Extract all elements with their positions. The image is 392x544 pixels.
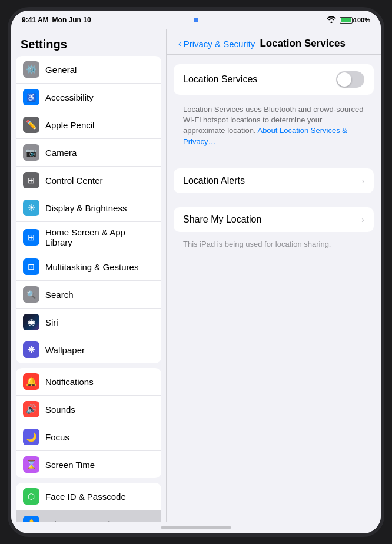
display-brightness-label: Display & Brightness	[45, 203, 127, 213]
home-screen-icon: ⊞	[23, 229, 39, 246]
ipad-frame: 9:41 AM Mon Jun 10 100% Setting	[8, 7, 384, 537]
time: 9:41 AM	[22, 16, 49, 24]
location-alerts-row[interactable]: Location Alerts ›	[174, 168, 374, 193]
sidebar-item-display-brightness[interactable]: ☀ Display & Brightness	[16, 194, 161, 222]
accessibility-icon: ♿	[23, 89, 39, 105]
privacy-security-icon: 🤚	[23, 516, 39, 522]
face-id-label: Face ID & Passcode	[45, 492, 126, 502]
face-id-icon: ⬡	[23, 488, 39, 505]
multitasking-icon: ⊡	[23, 258, 39, 275]
sounds-icon: 🔊	[23, 401, 39, 417]
share-location-footer: This iPad is being used for location sha…	[174, 237, 374, 257]
sidebar-item-sounds[interactable]: 🔊 Sounds	[16, 396, 161, 423]
main-header: ‹ Privacy & Security Location Services	[167, 29, 381, 55]
content-area: Settings ⚙️ General ♿ Accessibility	[11, 29, 381, 522]
sidebar-list-1: ⚙️ General ♿ Accessibility ✏️ Apple Penc…	[16, 56, 161, 363]
share-location-right: ›	[361, 215, 364, 224]
location-services-footer: Location Services uses Bluetooth and cro…	[174, 99, 374, 154]
notifications-icon: 🔔	[23, 373, 39, 390]
share-location-chevron: ›	[361, 215, 364, 224]
apple-pencil-label: Apple Pencil	[45, 120, 94, 130]
location-services-toggle[interactable]	[336, 71, 364, 88]
date: Mon Jun 10	[52, 16, 91, 24]
location-alerts-label: Location Alerts	[183, 175, 245, 186]
apple-pencil-icon: ✏️	[23, 117, 39, 133]
camera-dot	[194, 18, 198, 22]
location-services-section: Location Services Location Services uses…	[174, 64, 374, 154]
screen-time-icon: ⌛	[23, 456, 39, 473]
location-services-card: Location Services	[174, 64, 374, 95]
sidebar-item-notifications[interactable]: 🔔 Notifications	[16, 368, 161, 396]
sidebar-item-camera[interactable]: 📷 Camera	[16, 139, 161, 167]
home-indicator-area	[11, 522, 381, 533]
wallpaper-icon: ❋	[23, 341, 39, 358]
sidebar-scroll[interactable]: ⚙️ General ♿ Accessibility ✏️ Apple Penc…	[11, 56, 166, 522]
location-services-row[interactable]: Location Services	[174, 64, 374, 95]
home-screen-label: Home Screen & App Library	[45, 227, 154, 247]
share-location-card: Share My Location ›	[174, 207, 374, 232]
sidebar-item-multitasking[interactable]: ⊡ Multitasking & Gestures	[16, 253, 161, 281]
sidebar-item-privacy-security[interactable]: 🤚 Privacy & Security	[16, 510, 161, 522]
location-alerts-right: ›	[361, 176, 364, 185]
back-chevron-icon: ‹	[178, 39, 181, 48]
notifications-label: Notifications	[45, 377, 94, 387]
page-title: Location Services	[260, 38, 346, 49]
sidebar-title: Settings	[11, 29, 166, 56]
screen-time-label: Screen Time	[45, 460, 95, 470]
sidebar-group-1: ⚙️ General ♿ Accessibility ✏️ Apple Penc…	[11, 56, 166, 363]
focus-icon: 🌙	[23, 429, 39, 445]
privacy-security-label: Privacy & Security	[45, 519, 117, 522]
battery-icon: 100%	[340, 16, 370, 24]
multitasking-label: Multitasking & Gestures	[45, 262, 138, 272]
sidebar-item-search[interactable]: 🔍 Search	[16, 281, 161, 309]
location-services-toggle-container	[336, 71, 364, 88]
sidebar-item-face-id[interactable]: ⬡ Face ID & Passcode	[16, 483, 161, 510]
location-alerts-section: Location Alerts ›	[174, 168, 374, 193]
camera-icon: 📷	[23, 144, 39, 161]
control-center-icon: ⊞	[23, 172, 39, 188]
sidebar-item-apple-pencil[interactable]: ✏️ Apple Pencil	[16, 111, 161, 139]
toggle-knob	[337, 72, 351, 87]
main-scroll[interactable]: Location Services Location Services uses…	[167, 55, 381, 522]
general-icon: ⚙️	[23, 61, 39, 78]
home-indicator	[161, 526, 231, 529]
sidebar-item-accessibility[interactable]: ♿ Accessibility	[16, 84, 161, 111]
sidebar-list-2: 🔔 Notifications 🔊 Sounds 🌙 Focus ⌛	[16, 368, 161, 478]
accessibility-label: Accessibility	[45, 92, 94, 102]
battery-pct: 100%	[354, 16, 370, 24]
sidebar-item-general[interactable]: ⚙️ General	[16, 56, 161, 84]
control-center-label: Control Center	[45, 175, 103, 185]
sounds-label: Sounds	[45, 404, 75, 414]
status-right: 100%	[327, 16, 370, 24]
search-label: Search	[45, 290, 74, 300]
sidebar-item-home-screen[interactable]: ⊞ Home Screen & App Library	[16, 222, 161, 253]
sidebar-group-2: 🔔 Notifications 🔊 Sounds 🌙 Focus ⌛	[11, 368, 166, 478]
location-alerts-chevron: ›	[361, 176, 364, 185]
sidebar-item-wallpaper[interactable]: ❋ Wallpaper	[16, 336, 161, 363]
wallpaper-label: Wallpaper	[45, 345, 85, 355]
sidebar-list-3: ⬡ Face ID & Passcode 🤚 Privacy & Securit…	[16, 483, 161, 522]
share-location-section: Share My Location › This iPad is being u…	[174, 207, 374, 257]
siri-label: Siri	[45, 317, 58, 327]
location-services-label: Location Services	[183, 74, 257, 85]
location-alerts-card: Location Alerts ›	[174, 168, 374, 193]
sidebar-item-screen-time[interactable]: ⌛ Screen Time	[16, 451, 161, 478]
sidebar-group-3: ⬡ Face ID & Passcode 🤚 Privacy & Securit…	[11, 483, 166, 522]
search-icon: 🔍	[23, 286, 39, 303]
display-brightness-icon: ☀	[23, 200, 39, 216]
share-location-label: Share My Location	[183, 214, 261, 225]
main-panel: ‹ Privacy & Security Location Services L…	[167, 29, 381, 522]
back-button[interactable]: Privacy & Security	[184, 39, 255, 49]
general-label: General	[45, 65, 77, 75]
sidebar-item-focus[interactable]: 🌙 Focus	[16, 423, 161, 451]
status-left: 9:41 AM Mon Jun 10	[22, 16, 91, 24]
camera-label: Camera	[45, 148, 77, 158]
share-location-row[interactable]: Share My Location ›	[174, 207, 374, 232]
siri-icon: ◉	[23, 314, 39, 330]
sidebar: Settings ⚙️ General ♿ Accessibility	[11, 29, 167, 522]
focus-label: Focus	[45, 432, 69, 442]
status-bar: 9:41 AM Mon Jun 10 100%	[11, 11, 381, 29]
sidebar-item-siri[interactable]: ◉ Siri	[16, 309, 161, 336]
sidebar-item-control-center[interactable]: ⊞ Control Center	[16, 167, 161, 194]
wifi-icon	[327, 16, 336, 24]
